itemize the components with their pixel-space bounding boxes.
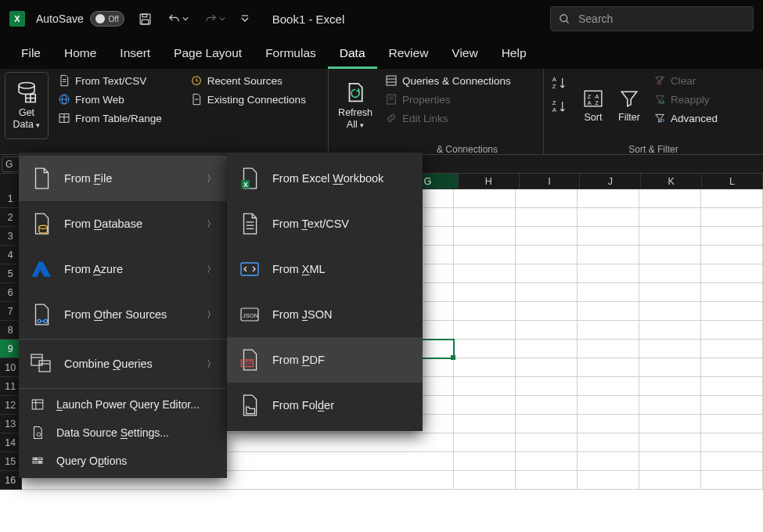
cell[interactable] — [701, 433, 763, 452]
column-header[interactable]: I — [520, 174, 581, 189]
cell[interactable] — [701, 358, 763, 377]
cell[interactable] — [701, 452, 763, 471]
cell[interactable] — [454, 189, 516, 208]
tab-view[interactable]: View — [440, 40, 489, 69]
cell[interactable] — [639, 415, 701, 433]
existing-connections-button[interactable]: Existing Connections — [185, 91, 311, 108]
menu-launch-power-query[interactable]: Launch Power Query Editor... — [19, 390, 227, 419]
advanced-filter-button[interactable]: Advanced — [649, 110, 722, 127]
menu-from-file[interactable]: From File 〉 — [19, 156, 227, 201]
tab-page-layout[interactable]: Page Layout — [162, 40, 254, 69]
cell[interactable] — [701, 283, 763, 302]
cell[interactable] — [701, 377, 763, 396]
tab-data[interactable]: Data — [328, 40, 377, 69]
autosave-toggle[interactable]: AutoSave Off — [36, 11, 124, 27]
sort-button[interactable]: ZAAZ Sort — [577, 72, 610, 139]
cell[interactable] — [516, 415, 578, 433]
tab-review[interactable]: Review — [377, 40, 441, 69]
reapply-button[interactable]: Reapply — [649, 91, 722, 108]
cell[interactable] — [701, 189, 763, 208]
save-icon[interactable] — [135, 9, 155, 29]
tab-help[interactable]: Help — [490, 40, 538, 69]
tab-insert[interactable]: Insert — [108, 40, 162, 69]
cell[interactable] — [578, 340, 639, 358]
cell[interactable] — [578, 471, 639, 490]
menu-combine-queries[interactable]: Combine Queries 〉 — [19, 341, 227, 386]
undo-button[interactable] — [164, 9, 192, 29]
recent-sources-button[interactable]: Recent Sources — [185, 72, 311, 89]
cell[interactable] — [516, 246, 578, 264]
cell[interactable] — [578, 396, 639, 415]
cell[interactable] — [392, 433, 454, 452]
sort-asc-button[interactable]: AZ — [552, 75, 570, 94]
submenu-xml[interactable]: From XML — [227, 246, 423, 292]
submenu-folder[interactable]: From Folder — [227, 383, 423, 428]
cell[interactable] — [639, 433, 701, 452]
cell[interactable] — [516, 433, 578, 452]
cell[interactable] — [701, 396, 763, 415]
cell[interactable] — [516, 396, 578, 415]
cell[interactable] — [454, 208, 516, 227]
cell[interactable] — [639, 396, 701, 415]
cell[interactable] — [639, 189, 701, 208]
menu-query-options[interactable]: Query Options — [19, 447, 227, 475]
menu-from-database[interactable]: From Database 〉 — [19, 201, 227, 246]
cell[interactable] — [701, 208, 763, 227]
cell[interactable] — [701, 340, 763, 358]
cell[interactable] — [516, 321, 578, 340]
cell[interactable] — [392, 452, 454, 471]
menu-from-other-sources[interactable]: From Other Sources 〉 — [19, 292, 227, 337]
cell[interactable] — [639, 471, 701, 490]
search-input[interactable]: Search — [550, 6, 754, 31]
cell[interactable] — [516, 264, 578, 283]
cell[interactable] — [454, 302, 516, 321]
refresh-all-button[interactable]: RefreshAll ▾ — [333, 72, 377, 139]
cell[interactable] — [454, 358, 516, 377]
qat-customize-chevron-icon[interactable] — [238, 12, 252, 26]
cell[interactable] — [578, 433, 639, 452]
cell[interactable] — [639, 208, 701, 227]
cell[interactable] — [578, 246, 639, 264]
cell[interactable] — [454, 340, 516, 358]
from-web-button[interactable]: From Web — [53, 91, 167, 108]
cell[interactable] — [578, 264, 639, 283]
redo-button[interactable] — [201, 9, 229, 29]
cell[interactable] — [454, 264, 516, 283]
column-header[interactable]: H — [459, 174, 520, 189]
name-box[interactable]: G — [2, 156, 20, 172]
cell[interactable] — [516, 302, 578, 321]
cell[interactable] — [639, 283, 701, 302]
cell[interactable] — [639, 321, 701, 340]
cell[interactable] — [454, 377, 516, 396]
menu-from-azure[interactable]: From Azure 〉 — [19, 246, 227, 292]
cell[interactable] — [516, 358, 578, 377]
tab-formulas[interactable]: Formulas — [254, 40, 328, 69]
cell[interactable] — [578, 302, 639, 321]
from-table-range-button[interactable]: From Table/Range — [53, 110, 167, 127]
submenu-pdf[interactable]: PDF From PDF — [227, 337, 423, 383]
cell[interactable] — [701, 321, 763, 340]
cell[interactable] — [701, 246, 763, 264]
edit-links-button[interactable]: Edit Links — [380, 110, 516, 127]
toggle-off-icon[interactable]: Off — [90, 11, 124, 27]
cell[interactable] — [392, 471, 454, 490]
cell[interactable] — [454, 396, 516, 415]
column-header[interactable]: J — [580, 174, 641, 189]
cell[interactable] — [516, 208, 578, 227]
cell[interactable] — [454, 452, 516, 471]
cell[interactable] — [454, 246, 516, 264]
cell[interactable] — [578, 321, 639, 340]
cell[interactable] — [516, 283, 578, 302]
cell[interactable] — [639, 452, 701, 471]
sort-desc-button[interactable]: ZA — [552, 99, 570, 117]
cell[interactable] — [578, 358, 639, 377]
column-header[interactable]: K — [641, 174, 702, 189]
clear-filter-button[interactable]: Clear — [649, 72, 722, 89]
submenu-json[interactable]: JSON From JSON — [227, 292, 423, 337]
cell[interactable] — [454, 415, 516, 433]
cell[interactable] — [701, 264, 763, 283]
cell[interactable] — [454, 321, 516, 340]
cell[interactable] — [578, 283, 639, 302]
cell[interactable] — [578, 227, 639, 246]
cell[interactable] — [578, 208, 639, 227]
